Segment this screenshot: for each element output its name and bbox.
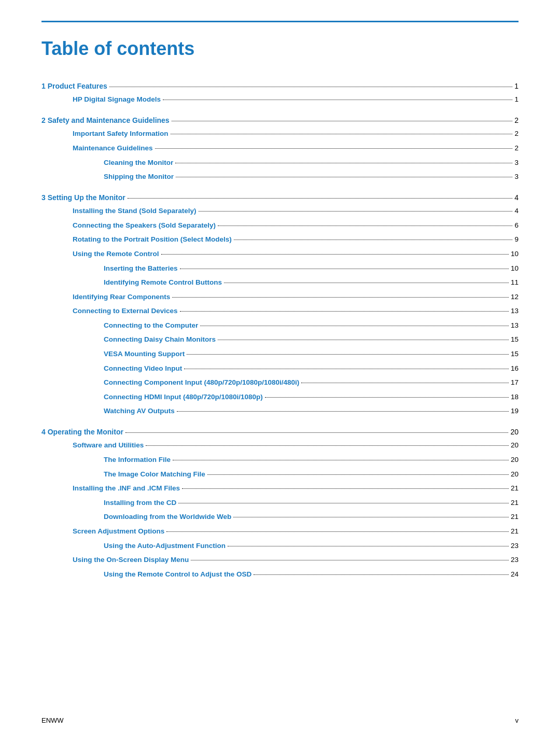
toc-dots <box>172 297 509 298</box>
toc-entry: 3 Setting Up the Monitor4 <box>41 192 519 203</box>
toc-dots <box>180 311 509 312</box>
chapter-num: 1 <box>41 82 48 90</box>
toc-dots <box>224 283 509 283</box>
toc-dots <box>163 100 512 100</box>
toc-entry-text: Connecting Daisy Chain Monitors <box>104 334 216 345</box>
chapter-num: 2 <box>41 116 48 124</box>
toc-entry-text: Connecting the Speakers (Sold Separately… <box>73 220 216 231</box>
chapter-section: 3 Setting Up the Monitor4Installing the … <box>41 192 519 417</box>
footer-left: ENWW <box>41 716 64 724</box>
toc-dots <box>265 397 509 398</box>
toc-dots <box>177 411 509 412</box>
toc-entry: Important Safety Information2 <box>41 128 519 139</box>
toc-dots <box>187 354 509 355</box>
toc-page: 10 <box>511 248 519 260</box>
toc-page: 6 <box>514 220 519 231</box>
toc-entry-text: Connecting Video Input <box>104 363 182 374</box>
toc-entry-text: Connecting to the Computer <box>104 320 198 331</box>
toc-dots <box>175 163 512 163</box>
toc-entry: Inserting the Batteries10 <box>41 263 519 274</box>
toc-entry-text: Installing from the CD <box>104 497 176 509</box>
toc-page: 12 <box>511 291 519 303</box>
toc-entry-text: 4 Operating the Monitor <box>41 426 123 438</box>
toc-page: 21 <box>511 511 519 523</box>
toc-dots <box>228 546 509 546</box>
chapter-title: Operating the Monitor <box>48 428 123 436</box>
toc-container: 1 Product Features1HP Digital Signage Mo… <box>41 80 519 580</box>
toc-entry-text: 1 Product Features <box>41 80 107 92</box>
toc-page: 17 <box>511 377 519 388</box>
toc-page: 2 <box>514 128 519 139</box>
toc-dots <box>125 432 509 433</box>
toc-entry-text: Connecting Component Input (480p/720p/10… <box>104 377 299 388</box>
toc-page: 23 <box>511 540 519 552</box>
toc-dots <box>161 254 509 255</box>
toc-entry-text: Cleaning the Monitor <box>104 157 173 168</box>
chapter-section: 2 Safety and Maintenance Guidelines2Impo… <box>41 115 519 182</box>
toc-page: 21 <box>511 526 519 537</box>
toc-dots <box>191 560 509 560</box>
toc-dots <box>233 517 509 517</box>
toc-entry: Using the Remote Control to Adjust the O… <box>41 569 519 580</box>
toc-entry-text: Maintenance Guidelines <box>73 143 153 154</box>
toc-entry: Screen Adjustment Options21 <box>41 526 519 537</box>
toc-entry: Connecting to External Devices13 <box>41 305 519 317</box>
toc-page: 2 <box>514 143 519 154</box>
toc-entry: Installing the Stand (Sold Separately)4 <box>41 205 519 217</box>
toc-entry-text: Screen Adjustment Options <box>73 526 164 537</box>
toc-entry: Connecting Component Input (480p/720p/10… <box>41 377 519 388</box>
toc-entry-text: VESA Mounting Support <box>104 348 185 360</box>
toc-dots <box>173 460 509 460</box>
toc-page: 21 <box>511 483 519 494</box>
footer-right: v <box>515 716 519 724</box>
toc-entry: Installing from the CD21 <box>41 497 519 509</box>
toc-dots <box>176 177 513 177</box>
toc-entry: Connecting the Speakers (Sold Separately… <box>41 220 519 231</box>
toc-entry-text: HP Digital Signage Models <box>73 94 161 105</box>
toc-entry-text: Installing the .INF and .ICM Files <box>73 483 180 494</box>
toc-entry: VESA Mounting Support15 <box>41 348 519 360</box>
toc-dots <box>146 445 509 446</box>
toc-entry-text: Shipping the Monitor <box>104 171 174 182</box>
toc-entry: The Information File20 <box>41 454 519 466</box>
toc-dots <box>218 340 509 340</box>
toc-page: 13 <box>511 320 519 331</box>
toc-dots <box>171 134 513 134</box>
toc-page: 3 <box>514 171 519 182</box>
toc-entry-text: Rotating to the Portrait Position (Selec… <box>73 234 232 245</box>
toc-entry-text: Identifying Rear Components <box>73 291 170 303</box>
toc-entry: Using the Auto-Adjustment Function23 <box>41 540 519 552</box>
toc-entry-text: Connecting to External Devices <box>73 305 178 317</box>
toc-entry: Watching AV Outputs19 <box>41 405 519 417</box>
toc-entry-text: Using the Remote Control <box>73 248 159 260</box>
toc-page: 3 <box>514 157 519 168</box>
toc-entry-text: Watching AV Outputs <box>104 405 175 417</box>
toc-page: 24 <box>511 569 519 580</box>
toc-entry-text: The Image Color Matching File <box>104 469 205 480</box>
toc-page: 20 <box>510 426 519 438</box>
toc-dots <box>109 87 512 87</box>
toc-entry-text: Connecting HDMI Input (480p/720p/1080i/1… <box>104 391 263 403</box>
toc-entry: Identifying Rear Components12 <box>41 291 519 303</box>
toc-entry-text: Using the Remote Control to Adjust the O… <box>104 569 251 580</box>
toc-page: 9 <box>514 234 519 245</box>
chapter-section: 4 Operating the Monitor20Software and Ut… <box>41 426 519 580</box>
toc-entry-text: Installing the Stand (Sold Separately) <box>73 205 197 217</box>
toc-entry-text: Identifying Remote Control Buttons <box>104 277 222 288</box>
toc-entry-text: Important Safety Information <box>73 128 169 139</box>
toc-page: 20 <box>511 469 519 480</box>
toc-entry: 1 Product Features1 <box>41 80 519 92</box>
toc-dots <box>218 226 512 226</box>
toc-entry: Software and Utilities20 <box>41 440 519 451</box>
toc-entry: Shipping the Monitor3 <box>41 171 519 182</box>
toc-dots <box>180 269 509 269</box>
toc-page: 1 <box>514 80 519 92</box>
chapter-section: 1 Product Features1HP Digital Signage Mo… <box>41 80 519 105</box>
toc-entry: Using the On-Screen Display Menu23 <box>41 554 519 566</box>
toc-dots <box>128 198 512 199</box>
toc-page: 20 <box>511 454 519 466</box>
toc-entry: Identifying Remote Control Buttons11 <box>41 277 519 288</box>
toc-dots <box>172 121 513 121</box>
toc-dots <box>178 503 509 503</box>
toc-dots <box>234 240 513 240</box>
